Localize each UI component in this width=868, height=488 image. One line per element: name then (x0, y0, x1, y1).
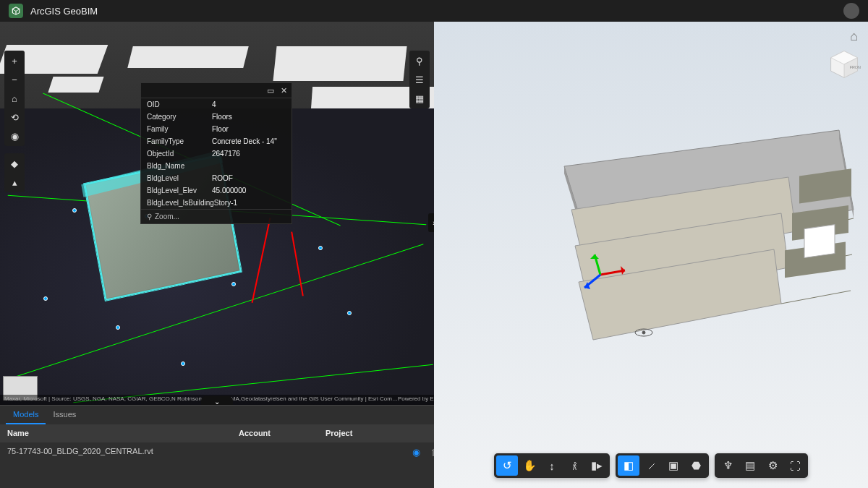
models-panel: ModelsIssues Name Account Project 75-177… (0, 405, 434, 488)
home-icon[interactable]: ⌂ (6, 90, 23, 107)
app-logo (9, 4, 23, 18)
close-icon[interactable]: ✕ (278, 85, 289, 95)
tree-icon[interactable]: ♆ (717, 455, 739, 476)
compass-icon[interactable]: ◉ (6, 127, 23, 145)
map-3d-view[interactable]: +−⌂⟲◉ ◆▴ ⚲☰▦ ▭ ✕ OID4CategoryFloorsFamil… (0, 22, 434, 405)
rotate-icon[interactable]: ⟲ (6, 108, 23, 126)
measure-icon[interactable]: ⟋ (640, 455, 662, 476)
panel-expand-handle[interactable]: ⌄ (201, 396, 233, 405)
zoom-out-icon[interactable]: − (6, 71, 23, 88)
pane-divider-handle[interactable]: › (428, 213, 434, 232)
col-account[interactable]: Account (231, 424, 318, 442)
dock-icon[interactable]: ▭ (265, 85, 276, 95)
app-title: ArcGIS GeoBIM (30, 6, 98, 17)
map-toolbar-2: ◆▴ (4, 153, 25, 192)
tab-issues[interactable]: Issues (46, 406, 83, 424)
popup-row: CategoryFloors (141, 111, 292, 123)
pan-icon[interactable]: ✋ (519, 455, 540, 476)
orbit-icon[interactable]: ↺ (496, 455, 518, 476)
section-icon[interactable]: ◧ (618, 455, 639, 476)
settings-icon[interactable]: ⚙ (762, 455, 783, 476)
search-icon[interactable]: ⚲ (411, 52, 428, 69)
zoom-icon: ⚲ (147, 213, 152, 221)
col-project[interactable]: Project (318, 424, 405, 442)
titlebar: ArcGIS GeoBIM (0, 0, 868, 22)
popup-row: BldgLevel_IsBuildingStory-1 (141, 197, 292, 209)
view-icon[interactable]: ◉ (412, 447, 420, 458)
table-row[interactable]: 75-17743-00_BLDG_2020_CENTRAL.rvt◉🗑 (0, 442, 434, 462)
svg-text:FRONT: FRONT (850, 65, 861, 69)
popup-row: ObjectId2647176 (141, 147, 292, 160)
camera-icon[interactable]: ▮▸ (586, 455, 608, 476)
feature-popup: ▭ ✕ OID4CategoryFloorsFamilyFloorFamilyT… (140, 82, 292, 224)
properties-icon[interactable]: ▤ (739, 455, 761, 476)
map-toolbar: +−⌂⟲◉ (4, 51, 25, 146)
popup-row: OID4 (141, 98, 292, 111)
user-avatar[interactable] (843, 3, 859, 19)
view-cube[interactable]: FRONT (827, 48, 861, 81)
popup-row: BldgLevel_Elev45.000000 (141, 184, 292, 197)
dolly-icon[interactable]: ↕ (541, 455, 563, 476)
cursor-icon[interactable]: ▴ (6, 174, 23, 191)
tab-models[interactable]: Models (6, 406, 46, 424)
svg-line-12 (781, 291, 851, 304)
fullscreen-icon[interactable]: ⛶ (784, 455, 806, 476)
model-browser-icon[interactable]: ⬣ (685, 455, 707, 476)
bim-toolbar: ↺✋↕𐀪▮▸◧⟋▣⬣♆▤⚙⛶ (494, 453, 808, 478)
home3d-icon[interactable]: ⌂ (850, 29, 858, 44)
map-toolbar-right: ⚲☰▦ (409, 51, 430, 108)
popup-row: Bldg_Name (141, 160, 292, 172)
zoom-in-icon[interactable]: + (6, 52, 23, 69)
bim-viewer[interactable]: ⌂ FRONT (434, 22, 868, 488)
explode-icon[interactable]: ▣ (663, 455, 684, 476)
popup-row: BldgLevelROOF (141, 172, 292, 184)
popup-row: FamilyTypeConcrete Deck - 14" (141, 135, 292, 147)
walk-icon[interactable]: 𐀪 (563, 455, 585, 476)
table-header: Name Account Project (0, 424, 434, 442)
svg-rect-16 (804, 225, 835, 258)
color-icon[interactable]: ◆ (6, 155, 23, 172)
bim-model[interactable] (477, 123, 861, 354)
gis-pane: +−⌂⟲◉ ◆▴ ⚲☰▦ ▭ ✕ OID4CategoryFloorsFamil… (0, 22, 434, 488)
zoom-to-link[interactable]: ⚲ Zoom... (141, 209, 292, 223)
basemap-icon[interactable]: ▦ (411, 90, 428, 107)
layers-icon[interactable]: ☰ (411, 71, 428, 88)
popup-row: FamilyFloor (141, 123, 292, 135)
svg-point-24 (642, 331, 645, 334)
col-name[interactable]: Name (0, 424, 231, 442)
